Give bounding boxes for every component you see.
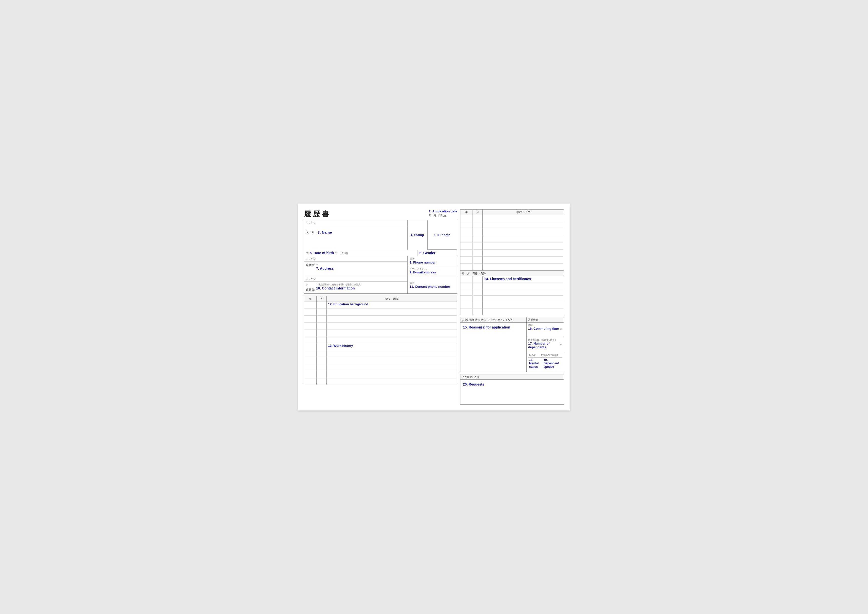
right-td-month-5 [473, 243, 483, 250]
edu-work-table: 年 月 学歴・職歴 12. Education background [304, 296, 457, 385]
work-row-2 [304, 350, 457, 357]
lic-row-3 [460, 289, 564, 296]
left-panel: 履歴書 2. Application date 年 月 日現在 ふりがな 氏 名… [304, 209, 457, 405]
lic-value-1: 14. Licenses and certificates [483, 276, 564, 282]
dependents-block: 扶養家族数（配偶者を除く） 17. Number of dependents 人 [527, 337, 564, 352]
lic-row-5 [460, 302, 564, 309]
td-month-w6 [317, 378, 327, 385]
stamp-label: 4. Stamp [411, 233, 424, 237]
contact-note: （現住所以外に連絡を希望する場合のみ記入） [316, 283, 363, 286]
right-edu-table: 年 月 学歴・職歴 [460, 209, 564, 271]
title-row: 履歴書 2. Application date 年 月 日現在 [304, 209, 457, 219]
right-td-content-3 [483, 229, 564, 236]
td-month-e2 [317, 309, 327, 315]
td-content-e5 [327, 329, 457, 336]
right-header-row: 年 月 学歴・職歴 [460, 210, 564, 215]
contact-label: 連絡先 [306, 288, 315, 292]
requests-body: 20. Requests [460, 380, 564, 404]
right-td-content-1 [483, 215, 564, 222]
reasons-header: 志望の動機 特技 趣味・アピールポイントなど [460, 317, 527, 323]
furigana-row: ふりがな [304, 220, 407, 226]
reasons-value: 15. Reason(s) for application [463, 325, 510, 329]
lic-month-1 [473, 276, 483, 282]
requests-value: 20. Requests [463, 382, 484, 386]
lic-month-6 [473, 309, 483, 315]
commute-header: 通勤時間 [527, 317, 564, 323]
work-row-4 [304, 364, 457, 371]
phone-value: 8. Phone number [409, 260, 455, 264]
resume-title: 履歴書 [304, 209, 331, 219]
address-value: 7. Address [316, 267, 334, 270]
lic-year-4 [460, 296, 473, 302]
gender-cell: 6. Gender [417, 250, 457, 256]
lic-content-2 [483, 283, 564, 289]
table-header: 年 月 学歴・職歴 [304, 296, 457, 302]
td-year-e4 [304, 323, 317, 329]
right-row-6 [460, 250, 564, 257]
right-td-year-8 [460, 264, 473, 270]
dob-value: 5. Date of birth [310, 251, 334, 255]
lic-year-1 [460, 276, 473, 282]
td-month-1 [317, 302, 327, 309]
address-furigana-label: ふりがな [306, 257, 316, 260]
right-row-3 [460, 229, 564, 236]
td-edu-label: 12. Education background [327, 302, 457, 309]
td-year-w4 [304, 364, 317, 371]
right-td-year-5 [460, 243, 473, 250]
work-row-6 [304, 378, 457, 385]
name-value: 3. Name [318, 230, 332, 234]
contact-left: ふりがな 〒 連絡先 （現住所以外に連絡を希望する場合のみ記入） 10. Con… [304, 276, 408, 293]
contact-main-row: 〒 連絡先 （現住所以外に連絡を希望する場合のみ記入） 10. Contact … [304, 282, 407, 293]
right-row-8 [460, 264, 564, 270]
work-row-label: 13. Work history [304, 343, 457, 350]
th-month: 月 [317, 296, 327, 302]
right-td-year-4 [460, 236, 473, 242]
name-block: ふりがな 氏 名 3. Name [304, 220, 408, 250]
right-td-year-2 [460, 222, 473, 229]
lic-month-2 [473, 283, 483, 289]
lic-year-5 [460, 302, 473, 308]
td-content-w3 [327, 357, 457, 364]
right-td-month-3 [473, 229, 483, 236]
edu-row-3 [304, 316, 457, 323]
td-content-e6 [327, 336, 457, 343]
app-date-fields: 年 月 日現在 [429, 214, 457, 217]
td-month-e5 [317, 329, 327, 336]
lic-year-6 [460, 309, 473, 315]
right-td-content-7 [483, 257, 564, 263]
edu-row-4 [304, 323, 457, 329]
lic-row-2 [460, 283, 564, 289]
right-row-4 [460, 236, 564, 243]
right-row-7 [460, 257, 564, 264]
application-date-block: 2. Application date 年 月 日現在 [429, 209, 457, 217]
dob-year-label: 年 [306, 251, 309, 255]
dob-age-unit: 歳） [344, 251, 349, 255]
right-td-content-4 [483, 236, 564, 242]
right-td-month-6 [473, 250, 483, 256]
td-year-w0 [304, 343, 317, 350]
contact-label-col: 〒 連絡先 [306, 283, 315, 292]
dob-born-label: 生 [335, 251, 338, 255]
dob-cell: 年 5. Date of birth 生 （満 歳） [304, 250, 417, 256]
td-year-e2 [304, 309, 317, 315]
phone-label: 電話 [409, 257, 455, 260]
td-month-w2 [317, 350, 327, 357]
lic-month-4 [473, 296, 483, 302]
edu-row-2 [304, 309, 457, 316]
td-month-e6 [317, 336, 327, 343]
lic-content-3 [483, 289, 564, 295]
address-label: 現住所 [306, 263, 315, 267]
contact-furigana-label: ふりがな [306, 277, 316, 281]
lic-year-2 [460, 283, 473, 289]
th-content: 学歴・職歴 [327, 296, 457, 302]
marital-values: 18. Marital status 19. Dependent spouse [528, 358, 562, 369]
reasons-body: 15. Reason(s) for application [460, 323, 527, 372]
dob-age-label: （満 [338, 251, 343, 255]
right-td-month-2 [473, 222, 483, 229]
td-year-1 [304, 302, 317, 309]
name-label: 氏 名 [306, 230, 315, 234]
top-section: ふりがな 氏 名 3. Name 4. Stamp 1. ID photo [304, 220, 457, 250]
bottom-right-header: 志望の動機 特技 趣味・アピールポイントなど 通勤時間 [460, 317, 564, 323]
requests-header: 本人希望記入欄 [460, 374, 564, 380]
lic-row-1: 14. Licenses and certificates [460, 276, 564, 283]
